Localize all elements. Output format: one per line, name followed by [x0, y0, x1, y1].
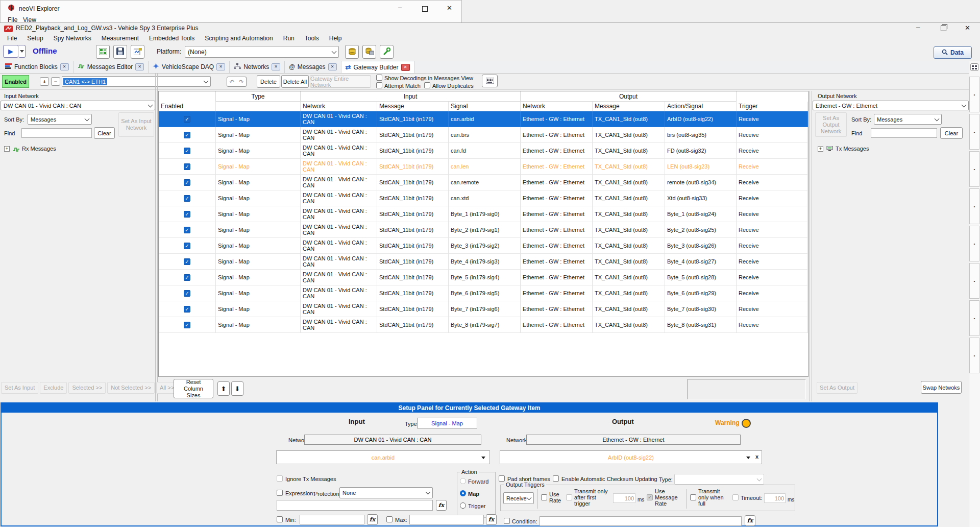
redo-button[interactable]: ↷	[236, 77, 247, 87]
set-as-input-network-button[interactable]: Set As Input Network	[118, 112, 154, 137]
rx-messages-label[interactable]: Rx Messages	[22, 146, 56, 152]
enabled-checkbox[interactable]: ✓	[184, 243, 190, 249]
table-row[interactable]: ✓ Signal - Map DW CAN 01 - Vivid CAN : C…	[159, 127, 808, 143]
messages-view-button[interactable]	[96, 45, 110, 59]
col-action-signal[interactable]: Action/Signal	[665, 102, 737, 111]
right-splitter[interactable]	[810, 91, 810, 401]
timeout-field[interactable]	[764, 493, 786, 503]
setup-out-signal-combo[interactable]: ArbID (out8-sig22) x	[500, 450, 762, 464]
enabled-cell[interactable]: ✓	[159, 190, 216, 206]
neovi-explorer-window[interactable]: neoVI Explorer – ✕ File View	[0, 0, 462, 23]
database-save-button[interactable]	[362, 45, 376, 59]
condition-field[interactable]	[540, 516, 742, 526]
enabled-checkbox[interactable]: ✓	[184, 306, 190, 313]
col-out-network[interactable]: Network	[521, 102, 593, 111]
dropdown-arrow-icon[interactable]	[746, 457, 750, 459]
output-clear-button[interactable]: Clear	[940, 127, 963, 139]
ignore-tx-checkbox[interactable]	[277, 475, 283, 482]
col-enabled[interactable]: Enabled	[159, 102, 216, 111]
tab-gateway-builder[interactable]: ⇄ Gateway Builder ✕	[341, 61, 414, 73]
use-rate-checkbox[interactable]	[541, 494, 547, 500]
enabled-cell[interactable]: ✓	[159, 222, 216, 238]
clear-signal-icon[interactable]: x	[755, 453, 758, 460]
attempt-match-checkbox[interactable]	[376, 82, 382, 88]
input-find-field[interactable]	[21, 128, 92, 138]
play-dropdown-button[interactable]	[18, 45, 26, 58]
gateway-entire-network-button[interactable]: Gateway Entire Network	[310, 75, 371, 88]
enabled-cell[interactable]: ✓	[159, 159, 216, 175]
table-row[interactable]: ✓ Signal - Map DW CAN 01 - Vivid CAN : C…	[159, 206, 808, 222]
min-checkbox[interactable]	[277, 516, 283, 522]
enabled-checkbox[interactable]: ✓	[184, 227, 190, 233]
move-down-button[interactable]: ⬇	[231, 381, 243, 396]
min-field[interactable]	[300, 515, 364, 524]
trigger-radio[interactable]	[460, 502, 466, 509]
input-filter-button[interactable]: Set As Input	[1, 382, 38, 394]
minimize-icon[interactable]: –	[398, 4, 402, 11]
output-network-select[interactable]: Ethernet - GW : Ethernet	[813, 101, 969, 110]
dock-segment[interactable]: •	[969, 263, 979, 299]
gateway-name-combo[interactable]: CAN1 <-> ETH1	[62, 76, 211, 87]
close-icon[interactable]: ✕	[328, 63, 337, 70]
enabled-checkbox[interactable]: ✓	[184, 211, 190, 218]
menu-item[interactable]: File	[2, 34, 22, 43]
close-icon[interactable]: ✕	[272, 63, 280, 70]
maximize-icon[interactable]	[422, 6, 428, 12]
remove-gateway-button[interactable]: −	[51, 77, 60, 86]
condition-checkbox[interactable]	[504, 518, 510, 524]
menu-item[interactable]: Help	[324, 34, 347, 43]
expand-icon[interactable]: +	[4, 146, 10, 152]
map-radio[interactable]	[460, 490, 466, 496]
enabled-cell[interactable]: ✓	[159, 111, 216, 127]
condition-fx-button[interactable]: fx	[745, 515, 755, 526]
add-gateway-button[interactable]: +	[40, 77, 49, 86]
logger-button[interactable]	[131, 45, 144, 59]
database-button[interactable]	[345, 45, 359, 59]
menu-item[interactable]: Measurement	[96, 34, 144, 43]
minimize-icon[interactable]: –	[916, 23, 920, 31]
input-filter-button[interactable]: Not Selected >>	[107, 382, 155, 394]
table-row[interactable]: ✓ Signal - Map DW CAN 01 - Vivid CAN : C…	[159, 285, 808, 301]
dock-segment[interactable]: •	[969, 188, 979, 224]
enabled-checkbox[interactable]: ✓	[184, 274, 190, 281]
swap-networks-button[interactable]: Swap Netwoks	[921, 381, 962, 394]
transmit-full-checkbox[interactable]	[690, 494, 696, 500]
input-filter-button[interactable]: Selected >>	[68, 382, 106, 394]
tab-messages-editor[interactable]: Messages Editor ✕	[74, 61, 149, 73]
close-icon[interactable]: ✕	[447, 4, 452, 12]
table-row[interactable]: ✓ Signal - Map DW CAN 01 - Vivid CAN : C…	[159, 175, 808, 190]
enabled-cell[interactable]: ✓	[159, 254, 216, 270]
expand-icon[interactable]: +	[818, 146, 823, 152]
forward-radio[interactable]	[460, 478, 466, 484]
left-splitter[interactable]	[155, 73, 156, 401]
menu-item[interactable]: Scripting and Automation	[200, 34, 278, 43]
transmit-after-checkbox[interactable]	[566, 494, 572, 500]
table-row[interactable]: ✓ Signal - Map DW CAN 01 - Vivid CAN : C…	[159, 238, 808, 254]
enabled-checkbox[interactable]: ✓	[184, 322, 190, 328]
dock-segment[interactable]: •	[969, 77, 979, 112]
delete-button[interactable]: Delete	[257, 75, 280, 88]
expression-field[interactable]	[277, 500, 433, 511]
menu-item[interactable]: Setup	[22, 34, 48, 43]
min-fx-button[interactable]: fx	[367, 514, 378, 525]
enabled-cell[interactable]: ✓	[159, 175, 216, 190]
table-row[interactable]: ✓ Signal - Map DW CAN 01 - Vivid CAN : C…	[159, 254, 808, 270]
receive-select[interactable]: Receive	[503, 492, 534, 504]
enabled-button[interactable]: Enabled	[2, 75, 29, 88]
input-network-select[interactable]: DW CAN 01 - Vivid CAN : CAN	[1, 101, 155, 110]
enabled-cell[interactable]: ✓	[159, 143, 216, 159]
output-sortby-select[interactable]: Messages	[874, 114, 942, 125]
pad-short-frames-checkbox[interactable]	[499, 475, 505, 482]
menu-item[interactable]: Run	[278, 34, 300, 43]
dropdown-arrow-icon[interactable]	[481, 457, 485, 459]
table-row[interactable]: ✓ Signal - Map DW CAN 01 - Vivid CAN : C…	[159, 222, 808, 238]
enabled-checkbox[interactable]: ✓	[184, 195, 190, 202]
allow-duplicates-checkbox[interactable]	[424, 82, 430, 88]
col-out-message[interactable]: Message	[593, 102, 665, 111]
save-button[interactable]	[113, 45, 127, 59]
enabled-cell[interactable]: ✓	[159, 127, 216, 143]
warning-indicator-icon[interactable]	[742, 419, 751, 428]
close-icon[interactable]: ✕	[965, 24, 970, 32]
enabled-checkbox[interactable]: ✓	[184, 258, 190, 265]
tab-vehiclescape-daq[interactable]: VehicleScape DAQ ✕	[149, 61, 230, 73]
